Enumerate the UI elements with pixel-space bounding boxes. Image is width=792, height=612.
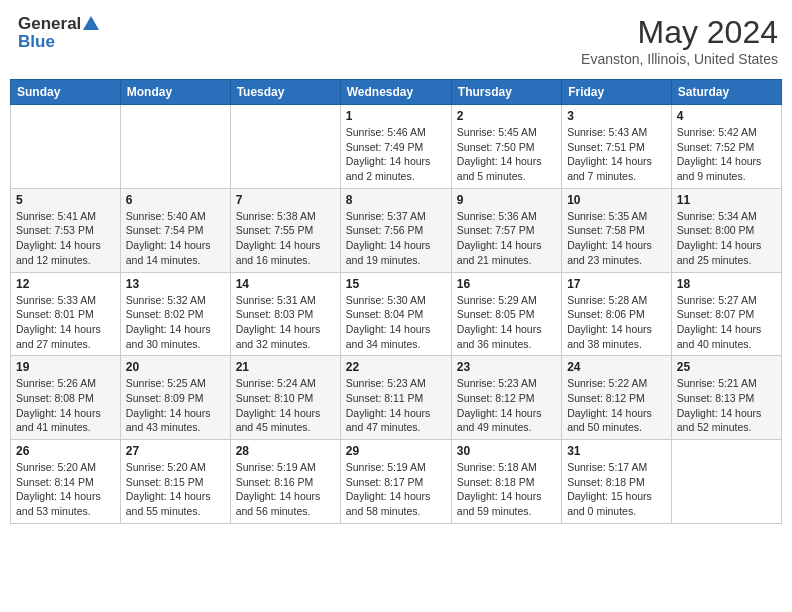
daylight-text: Daylight: 14 hours and 2 minutes. — [346, 154, 446, 183]
logo: General Blue — [18, 14, 99, 52]
daylight-text: Daylight: 14 hours and 30 minutes. — [126, 322, 225, 351]
calendar-cell: 8Sunrise: 5:37 AMSunset: 7:56 PMDaylight… — [340, 188, 451, 272]
calendar-cell: 4Sunrise: 5:42 AMSunset: 7:52 PMDaylight… — [671, 105, 781, 189]
calendar-week-row: 26Sunrise: 5:20 AMSunset: 8:14 PMDayligh… — [11, 440, 782, 524]
sunset-text: Sunset: 8:18 PM — [567, 475, 666, 490]
day-number: 30 — [457, 444, 556, 458]
sunrise-text: Sunrise: 5:45 AM — [457, 125, 556, 140]
daylight-text: Daylight: 14 hours and 9 minutes. — [677, 154, 776, 183]
logo-general-text: General — [18, 14, 81, 34]
daylight-text: Daylight: 14 hours and 55 minutes. — [126, 489, 225, 518]
day-info: Sunrise: 5:27 AMSunset: 8:07 PMDaylight:… — [677, 293, 776, 352]
daylight-text: Daylight: 14 hours and 12 minutes. — [16, 238, 115, 267]
calendar-cell: 19Sunrise: 5:26 AMSunset: 8:08 PMDayligh… — [11, 356, 121, 440]
sunrise-text: Sunrise: 5:34 AM — [677, 209, 776, 224]
sunrise-text: Sunrise: 5:37 AM — [346, 209, 446, 224]
calendar-cell: 25Sunrise: 5:21 AMSunset: 8:13 PMDayligh… — [671, 356, 781, 440]
day-number: 22 — [346, 360, 446, 374]
day-number: 6 — [126, 193, 225, 207]
col-saturday: Saturday — [671, 80, 781, 105]
calendar-cell: 30Sunrise: 5:18 AMSunset: 8:18 PMDayligh… — [451, 440, 561, 524]
sunrise-text: Sunrise: 5:21 AM — [677, 376, 776, 391]
sunrise-text: Sunrise: 5:28 AM — [567, 293, 666, 308]
sunrise-text: Sunrise: 5:18 AM — [457, 460, 556, 475]
sunrise-text: Sunrise: 5:24 AM — [236, 376, 335, 391]
sunrise-text: Sunrise: 5:43 AM — [567, 125, 666, 140]
calendar-cell: 22Sunrise: 5:23 AMSunset: 8:11 PMDayligh… — [340, 356, 451, 440]
day-number: 11 — [677, 193, 776, 207]
calendar-cell: 2Sunrise: 5:45 AMSunset: 7:50 PMDaylight… — [451, 105, 561, 189]
calendar-cell: 6Sunrise: 5:40 AMSunset: 7:54 PMDaylight… — [120, 188, 230, 272]
sunrise-text: Sunrise: 5:41 AM — [16, 209, 115, 224]
sunset-text: Sunset: 8:17 PM — [346, 475, 446, 490]
daylight-text: Daylight: 14 hours and 50 minutes. — [567, 406, 666, 435]
day-number: 2 — [457, 109, 556, 123]
daylight-text: Daylight: 14 hours and 5 minutes. — [457, 154, 556, 183]
day-info: Sunrise: 5:25 AMSunset: 8:09 PMDaylight:… — [126, 376, 225, 435]
calendar-cell: 13Sunrise: 5:32 AMSunset: 8:02 PMDayligh… — [120, 272, 230, 356]
day-info: Sunrise: 5:23 AMSunset: 8:12 PMDaylight:… — [457, 376, 556, 435]
sunrise-text: Sunrise: 5:29 AM — [457, 293, 556, 308]
sunrise-text: Sunrise: 5:25 AM — [126, 376, 225, 391]
calendar-cell: 11Sunrise: 5:34 AMSunset: 8:00 PMDayligh… — [671, 188, 781, 272]
col-wednesday: Wednesday — [340, 80, 451, 105]
daylight-text: Daylight: 14 hours and 21 minutes. — [457, 238, 556, 267]
day-info: Sunrise: 5:20 AMSunset: 8:14 PMDaylight:… — [16, 460, 115, 519]
day-info: Sunrise: 5:30 AMSunset: 8:04 PMDaylight:… — [346, 293, 446, 352]
calendar-cell: 10Sunrise: 5:35 AMSunset: 7:58 PMDayligh… — [562, 188, 672, 272]
daylight-text: Daylight: 14 hours and 40 minutes. — [677, 322, 776, 351]
day-info: Sunrise: 5:40 AMSunset: 7:54 PMDaylight:… — [126, 209, 225, 268]
day-number: 31 — [567, 444, 666, 458]
sunrise-text: Sunrise: 5:38 AM — [236, 209, 335, 224]
logo-blue-text: Blue — [18, 32, 55, 52]
sunrise-text: Sunrise: 5:46 AM — [346, 125, 446, 140]
calendar-cell: 26Sunrise: 5:20 AMSunset: 8:14 PMDayligh… — [11, 440, 121, 524]
sunset-text: Sunset: 8:07 PM — [677, 307, 776, 322]
sunset-text: Sunset: 8:04 PM — [346, 307, 446, 322]
col-thursday: Thursday — [451, 80, 561, 105]
day-info: Sunrise: 5:29 AMSunset: 8:05 PMDaylight:… — [457, 293, 556, 352]
daylight-text: Daylight: 14 hours and 23 minutes. — [567, 238, 666, 267]
sunrise-text: Sunrise: 5:27 AM — [677, 293, 776, 308]
sunrise-text: Sunrise: 5:20 AM — [16, 460, 115, 475]
sunset-text: Sunset: 8:12 PM — [567, 391, 666, 406]
sunrise-text: Sunrise: 5:40 AM — [126, 209, 225, 224]
sunrise-text: Sunrise: 5:35 AM — [567, 209, 666, 224]
logo-triangle-icon — [83, 16, 99, 30]
col-sunday: Sunday — [11, 80, 121, 105]
day-number: 25 — [677, 360, 776, 374]
day-number: 24 — [567, 360, 666, 374]
day-number: 4 — [677, 109, 776, 123]
sunrise-text: Sunrise: 5:23 AM — [457, 376, 556, 391]
calendar-cell: 3Sunrise: 5:43 AMSunset: 7:51 PMDaylight… — [562, 105, 672, 189]
calendar-cell: 18Sunrise: 5:27 AMSunset: 8:07 PMDayligh… — [671, 272, 781, 356]
day-info: Sunrise: 5:20 AMSunset: 8:15 PMDaylight:… — [126, 460, 225, 519]
daylight-text: Daylight: 15 hours and 0 minutes. — [567, 489, 666, 518]
calendar-week-row: 1Sunrise: 5:46 AMSunset: 7:49 PMDaylight… — [11, 105, 782, 189]
daylight-text: Daylight: 14 hours and 7 minutes. — [567, 154, 666, 183]
calendar-week-row: 12Sunrise: 5:33 AMSunset: 8:01 PMDayligh… — [11, 272, 782, 356]
daylight-text: Daylight: 14 hours and 19 minutes. — [346, 238, 446, 267]
day-info: Sunrise: 5:34 AMSunset: 8:00 PMDaylight:… — [677, 209, 776, 268]
calendar-cell: 9Sunrise: 5:36 AMSunset: 7:57 PMDaylight… — [451, 188, 561, 272]
day-info: Sunrise: 5:23 AMSunset: 8:11 PMDaylight:… — [346, 376, 446, 435]
calendar-cell: 23Sunrise: 5:23 AMSunset: 8:12 PMDayligh… — [451, 356, 561, 440]
calendar-week-row: 19Sunrise: 5:26 AMSunset: 8:08 PMDayligh… — [11, 356, 782, 440]
sunrise-text: Sunrise: 5:31 AM — [236, 293, 335, 308]
sunset-text: Sunset: 8:12 PM — [457, 391, 556, 406]
daylight-text: Daylight: 14 hours and 41 minutes. — [16, 406, 115, 435]
daylight-text: Daylight: 14 hours and 53 minutes. — [16, 489, 115, 518]
col-monday: Monday — [120, 80, 230, 105]
sunset-text: Sunset: 8:08 PM — [16, 391, 115, 406]
calendar-table: Sunday Monday Tuesday Wednesday Thursday… — [10, 79, 782, 524]
col-tuesday: Tuesday — [230, 80, 340, 105]
day-number: 27 — [126, 444, 225, 458]
daylight-text: Daylight: 14 hours and 32 minutes. — [236, 322, 335, 351]
daylight-text: Daylight: 14 hours and 16 minutes. — [236, 238, 335, 267]
day-number: 19 — [16, 360, 115, 374]
sunset-text: Sunset: 8:13 PM — [677, 391, 776, 406]
day-number: 9 — [457, 193, 556, 207]
sunset-text: Sunset: 7:49 PM — [346, 140, 446, 155]
day-number: 13 — [126, 277, 225, 291]
day-info: Sunrise: 5:45 AMSunset: 7:50 PMDaylight:… — [457, 125, 556, 184]
